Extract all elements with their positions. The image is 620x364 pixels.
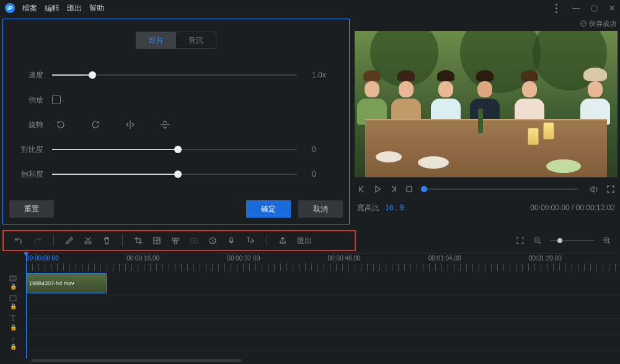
volume-button[interactable] [590,185,599,194]
edit-panel: 影片 音訊 速度 1.0x 倒放 旋 [2,19,350,224]
menu-file[interactable]: 檔案 [22,3,37,14]
frame-icon[interactable] [190,236,198,245]
export-label[interactable]: 匯出 [297,236,312,246]
contrast-value: 0 [312,145,343,154]
saturation-label: 飽和度 [9,169,43,180]
more-icon[interactable] [556,4,557,13]
overlay-lane[interactable] [26,295,620,319]
speed-value: 1.0x [312,71,343,79]
main-toolbar: 匯出 [2,230,356,251]
toolbar-row: 匯出 [2,228,618,253]
audio-lane[interactable] [26,335,620,351]
next-frame-button[interactable] [389,185,398,193]
watermark-icon[interactable] [171,236,180,245]
edit-tool-icon[interactable] [65,236,74,245]
redo-icon[interactable] [33,236,42,246]
zoom-slider[interactable] [551,240,594,241]
text-to-speech-icon[interactable] [246,236,255,245]
rotate-label: 旋轉 [9,120,43,130]
rotate-cw-icon[interactable] [87,116,104,133]
cut-icon[interactable] [84,236,92,245]
svg-rect-8 [10,296,16,301]
reverse-checkbox[interactable] [52,95,61,104]
tab-audio[interactable]: 音訊 [176,32,216,48]
tab-video[interactable]: 影片 [136,32,176,48]
ruler-mark-5: 00:01:20.00 [529,255,562,262]
svg-point-3 [193,240,195,242]
horizontal-scrollbar[interactable] [31,359,242,362]
speed-label: 速度 [9,70,43,81]
titlebar: iP 檔案 編輯 匯出 幫助 ― ▢ ✕ [0,0,620,16]
reset-button[interactable]: 重置 [9,200,54,218]
save-status-text: 保存成功 [589,19,616,29]
video-clip[interactable]: 19884307-hd.mov [26,273,107,293]
aspect-ratio-label: 寬高比 [357,203,379,212]
fullscreen-button[interactable] [606,185,615,193]
svg-point-0 [581,21,587,27]
saturation-slider[interactable] [52,170,303,179]
minimise-button[interactable]: ― [572,4,580,12]
svg-rect-7 [10,276,16,281]
audio-track-lock-icon[interactable]: 🔒 [10,344,17,350]
preview-pane: 保存成功 [355,19,618,224]
audio-track-icon[interactable]: ♪ [11,334,15,343]
voiceover-icon[interactable] [227,236,236,245]
crop-icon[interactable] [134,236,143,245]
svg-rect-1 [407,187,412,192]
saturation-value: 0 [312,170,343,179]
zoom-out-icon[interactable] [533,236,542,245]
aspect-ratio-value[interactable]: 16 : 9 [385,203,404,212]
export-icon[interactable] [278,236,287,245]
maximise-button[interactable]: ▢ [591,4,598,12]
time-display: 00:00:00.00 / 00:00:12.02 [530,203,615,212]
preview-progress[interactable] [424,189,578,190]
preview-controls [355,180,618,198]
menu-help[interactable]: 幫助 [89,3,104,14]
overlay-track-lock-icon[interactable]: 🔒 [10,303,17,309]
text-track-lock-icon[interactable]: 🔒 [10,324,17,331]
mosaic-icon[interactable] [153,236,161,245]
overlay-track-icon[interactable] [9,294,17,303]
menu-edit[interactable]: 編輯 [45,3,60,14]
prev-frame-button[interactable] [357,185,366,193]
undo-icon[interactable] [14,236,23,246]
rotate-ccw-icon[interactable] [52,116,69,133]
video-track-icon[interactable] [9,274,17,283]
ruler-mark-1: 00:00:16.00 [126,255,159,262]
speed-slider[interactable] [52,71,303,79]
text-track-icon[interactable]: T [11,314,16,324]
video-preview[interactable] [355,31,618,177]
zoom-in-icon[interactable] [603,236,611,245]
ruler-mark-3: 00:00:48.00 [328,255,361,262]
ruler-mark-2: 00:00:32.00 [227,255,260,262]
ruler-current-time: 00:00:00.00 [26,255,59,262]
contrast-slider[interactable] [52,145,303,154]
app-logo: iP [5,3,15,13]
play-button[interactable] [373,185,382,193]
time-ruler[interactable]: 00:00:00.00 00:00:16.00 00:00:32.00 00:0… [26,253,618,272]
close-button[interactable]: ✕ [609,4,615,12]
video-track-lock-icon[interactable]: 🔒 [10,283,17,290]
ok-button[interactable]: 確定 [246,200,291,218]
cancel-button[interactable]: 取消 [298,200,343,218]
track-area: 🔒 🔒 T 🔒 ♪ 🔒 19884307-hd.mov [0,272,620,352]
flip-vertical-icon[interactable] [156,116,174,133]
text-lane[interactable] [26,319,620,335]
reverse-label: 倒放 [9,95,43,105]
clip-filename: 19884307-hd.mov [29,280,74,286]
edit-tabs: 影片 音訊 [136,32,216,49]
fit-to-window-icon[interactable] [516,236,525,245]
menu-export[interactable]: 匯出 [67,3,82,14]
save-ok-icon [580,20,587,27]
flip-horizontal-icon[interactable] [122,116,139,133]
video-lane[interactable]: 19884307-hd.mov [26,272,620,295]
stop-button[interactable] [405,185,413,193]
contrast-label: 對比度 [9,144,43,155]
delete-icon[interactable] [102,236,111,245]
ruler-mark-4: 00:01:04.00 [428,255,461,262]
duration-icon[interactable] [208,236,217,245]
